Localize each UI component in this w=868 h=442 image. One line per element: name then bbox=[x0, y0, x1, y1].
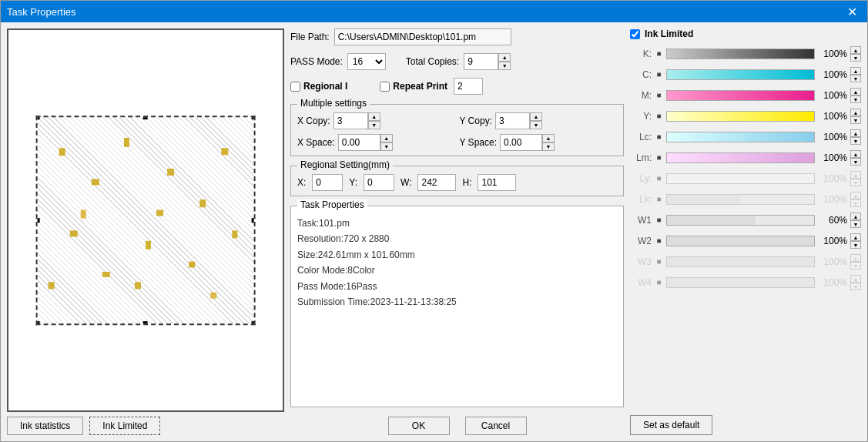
handle-tr[interactable] bbox=[251, 116, 255, 119]
x-copy-up[interactable]: ▲ bbox=[368, 112, 380, 121]
svg-rect-8 bbox=[189, 262, 195, 268]
x-space-down[interactable]: ▼ bbox=[380, 142, 393, 151]
h-input[interactable] bbox=[478, 174, 516, 191]
ink-w2-up[interactable]: ▲ bbox=[850, 233, 861, 241]
ink-w1-slider[interactable] bbox=[666, 213, 815, 228]
ink-y-up[interactable]: ▲ bbox=[850, 109, 861, 116]
ink-w3-percent: 100% bbox=[818, 256, 847, 267]
ink-w1-label: W1 bbox=[630, 215, 652, 226]
y-space-down[interactable]: ▼ bbox=[542, 142, 555, 151]
ok-button[interactable]: OK bbox=[388, 417, 450, 435]
y-space-input[interactable] bbox=[500, 134, 542, 151]
ink-w1-up[interactable]: ▲ bbox=[850, 213, 861, 220]
ink-k-slider[interactable] bbox=[666, 46, 815, 62]
copy-grid: X Copy: ▲ ▼ Y Copy: bbox=[297, 112, 617, 151]
ink-c-down[interactable]: ▼ bbox=[850, 75, 861, 82]
total-copies-input[interactable] bbox=[464, 53, 498, 70]
ink-w1-down[interactable]: ▼ bbox=[850, 220, 861, 228]
w-input[interactable] bbox=[417, 174, 456, 191]
handle-br[interactable] bbox=[251, 321, 255, 325]
total-copies-up[interactable]: ▲ bbox=[498, 53, 511, 62]
x-input[interactable] bbox=[312, 174, 343, 191]
ink-y-down[interactable]: ▼ bbox=[850, 116, 861, 124]
ink-w2-down[interactable]: ▼ bbox=[850, 241, 861, 249]
y-copy-input[interactable] bbox=[495, 112, 530, 129]
ink-k-up[interactable]: ▲ bbox=[850, 46, 861, 54]
x-copy-down[interactable]: ▼ bbox=[368, 121, 380, 129]
ink-c-up[interactable]: ▲ bbox=[850, 67, 861, 75]
close-button[interactable]: ✕ bbox=[843, 2, 861, 21]
ink-k-down[interactable]: ▼ bbox=[850, 54, 861, 62]
ink-m-down[interactable]: ▼ bbox=[850, 95, 861, 103]
ink-row-m: M: ◾ 100% ▲ ▼ bbox=[630, 85, 861, 105]
ink-ly-dot: ◾ bbox=[655, 175, 663, 182]
task-pass-mode: Pass Mode:16Pass bbox=[297, 279, 617, 294]
set-as-default-button[interactable]: Set as default bbox=[630, 415, 712, 435]
ink-limited-checkbox[interactable] bbox=[630, 29, 640, 39]
ink-lm-slider[interactable] bbox=[666, 150, 815, 166]
handle-bm[interactable] bbox=[143, 321, 148, 325]
y-copy-up[interactable]: ▲ bbox=[530, 112, 542, 121]
svg-rect-5 bbox=[70, 230, 78, 236]
ink-lc-down[interactable]: ▼ bbox=[850, 137, 861, 145]
handle-bl[interactable] bbox=[36, 321, 40, 325]
ink-k-spinner: ▲ ▼ bbox=[850, 46, 861, 62]
repeat-print-input[interactable] bbox=[454, 78, 483, 95]
svg-rect-7 bbox=[221, 148, 228, 155]
ink-lc-spinner: ▲ ▼ bbox=[850, 129, 861, 145]
ink-limited-header: Ink Limited bbox=[630, 28, 861, 39]
svg-rect-6 bbox=[146, 241, 151, 249]
ink-lc-slider[interactable] bbox=[666, 129, 815, 145]
svg-rect-1 bbox=[92, 179, 99, 185]
file-path-input[interactable] bbox=[334, 28, 511, 45]
y-input[interactable] bbox=[364, 174, 394, 191]
ink-w3-spinner: ▲ ▼ bbox=[850, 254, 861, 270]
ink-lc-up[interactable]: ▲ bbox=[850, 129, 861, 137]
y-copy-down[interactable]: ▼ bbox=[530, 121, 542, 129]
ink-lm-dot: ◾ bbox=[655, 154, 663, 162]
ink-lm-up[interactable]: ▲ bbox=[850, 150, 861, 158]
ink-statistics-button[interactable]: Ink statistics bbox=[7, 417, 83, 435]
svg-rect-3 bbox=[167, 169, 174, 176]
x-label: X: bbox=[297, 177, 306, 188]
ink-y-slider[interactable] bbox=[666, 109, 815, 124]
ink-lm-percent: 100% bbox=[818, 152, 847, 163]
total-copies-down[interactable]: ▼ bbox=[498, 62, 511, 70]
ink-lk-label: Lk: bbox=[630, 194, 652, 205]
ink-w4-dot: ◾ bbox=[655, 279, 663, 286]
x-space-up[interactable]: ▲ bbox=[380, 134, 393, 142]
x-space-input[interactable] bbox=[338, 134, 380, 151]
regional-checkbox[interactable] bbox=[290, 82, 300, 92]
ink-w4-percent: 100% bbox=[818, 277, 847, 288]
ink-limited-button[interactable]: Ink Limited bbox=[89, 417, 160, 435]
regional-checkbox-item: Regional I bbox=[290, 81, 347, 92]
total-copies-spinner: ▲ ▼ bbox=[464, 53, 511, 70]
middle-panel: File Path: PASS Mode: 1682432 Total Copi… bbox=[290, 28, 624, 435]
handle-tm[interactable] bbox=[143, 116, 148, 119]
ink-c-slider[interactable] bbox=[666, 67, 815, 82]
ink-k-label: K: bbox=[630, 49, 652, 59]
y-label: Y: bbox=[349, 177, 357, 188]
task-name: Task:101.pm bbox=[297, 216, 617, 231]
multiple-settings-group: Multiple settings X Copy: ▲ ▼ bbox=[290, 104, 624, 156]
ink-w4-up: ▲ bbox=[850, 275, 861, 283]
ink-ly-label: Ly: bbox=[630, 173, 652, 184]
ink-w2-label: W2 bbox=[630, 236, 652, 246]
ink-m-slider[interactable] bbox=[666, 88, 815, 103]
handle-tl[interactable] bbox=[36, 116, 40, 119]
ink-w2-slider[interactable] bbox=[666, 233, 815, 249]
y-space-up[interactable]: ▲ bbox=[542, 134, 555, 142]
repeat-print-checkbox[interactable] bbox=[380, 82, 390, 92]
x-copy-input[interactable] bbox=[333, 112, 368, 129]
ink-m-up[interactable]: ▲ bbox=[850, 88, 861, 95]
pass-mode-select[interactable]: 1682432 bbox=[347, 53, 386, 70]
ink-lc-percent: 100% bbox=[818, 132, 847, 142]
ink-w1-dot: ◾ bbox=[655, 216, 663, 224]
hatch-area bbox=[36, 116, 256, 325]
cancel-button[interactable]: Cancel bbox=[465, 417, 527, 435]
handle-mr[interactable] bbox=[251, 218, 255, 223]
ink-m-spinner: ▲ ▼ bbox=[850, 88, 861, 103]
ink-lm-down[interactable]: ▼ bbox=[850, 158, 861, 166]
total-copies-label: Total Copies: bbox=[406, 56, 459, 67]
handle-ml[interactable] bbox=[36, 218, 40, 223]
